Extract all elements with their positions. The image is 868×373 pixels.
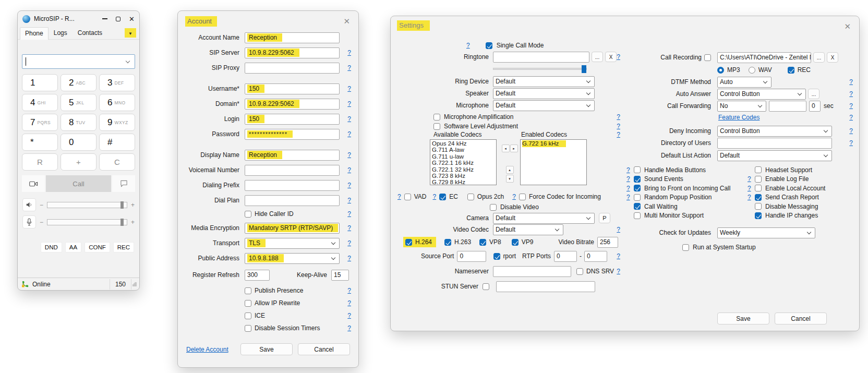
help-link[interactable]: ? [849, 90, 853, 98]
resize-grip[interactable] [134, 283, 136, 285]
multi-monitor-support-checkbox[interactable] [634, 212, 641, 219]
media-encryption-select[interactable]: Mandatory SRTP (RTP/SAVP) [245, 223, 340, 234]
call-forwarding-select[interactable]: No [717, 101, 766, 112]
account-name-input[interactable]: Reception [245, 32, 340, 43]
video-call-button[interactable] [22, 175, 45, 192]
help-link[interactable]: ? [347, 224, 351, 232]
dtmf-method-select[interactable]: Auto [717, 77, 771, 88]
move-down-icon[interactable]: ▾ [506, 175, 514, 183]
save-button[interactable]: Save [717, 312, 769, 324]
help-link[interactable]: ? [748, 185, 751, 192]
dialpad-key[interactable]: # [99, 134, 135, 151]
ring-device-select[interactable]: Default [493, 76, 595, 87]
help-link[interactable]: ? [397, 193, 401, 200]
dialpad-key[interactable]: * [22, 134, 58, 151]
publish-presence-checkbox[interactable] [245, 287, 251, 294]
handle-media-buttons-checkbox[interactable] [634, 166, 641, 173]
ringtone-volume-slider[interactable] [493, 68, 587, 70]
help-link[interactable]: ? [347, 115, 351, 123]
help-link[interactable]: ? [617, 131, 620, 138]
video-codec-select[interactable]: Default [493, 224, 563, 235]
tab-logs[interactable]: Logs [49, 27, 73, 39]
codec-list-item[interactable]: G.722.1 16 kHz [432, 160, 496, 166]
speaker-volume-slider[interactable] [47, 202, 127, 208]
password-input[interactable]: ************** [245, 129, 340, 140]
random-popup-position-checkbox[interactable] [634, 194, 641, 201]
clear-button[interactable]: X [605, 52, 617, 62]
close-icon[interactable]: ✕ [844, 22, 851, 30]
ec-checkbox[interactable] [439, 194, 446, 200]
dialing-prefix-input[interactable] [245, 180, 340, 191]
minimize-icon[interactable] [102, 18, 107, 19]
help-link[interactable]: ? [347, 100, 351, 107]
cancel-button[interactable]: Cancel [775, 312, 827, 324]
microphone-amplification-checkbox[interactable] [433, 114, 440, 121]
microphone-select[interactable]: Default [493, 100, 595, 111]
clear-button[interactable]: X [827, 52, 838, 63]
h264-checkbox[interactable] [405, 239, 412, 246]
help-link[interactable]: ? [849, 127, 853, 135]
camera-preview-button[interactable]: P [599, 213, 610, 223]
auto-answer-select[interactable]: Control Button [717, 89, 806, 100]
disable-messaging-checkbox[interactable] [755, 203, 762, 210]
volume-minus[interactable]: − [40, 201, 43, 209]
help-link[interactable]: ? [347, 85, 351, 92]
toggle-button[interactable]: REC [113, 242, 134, 252]
allow-ip-rewrite-checkbox[interactable] [245, 300, 251, 307]
help-link[interactable]: ? [512, 193, 516, 200]
help-link[interactable]: ? [617, 53, 620, 61]
mic-plus[interactable]: + [131, 219, 135, 226]
dns-srv-checkbox[interactable] [576, 268, 583, 275]
help-link[interactable]: ? [617, 123, 620, 130]
enabled-codecs-list[interactable]: G.722 16 kHz [520, 139, 587, 185]
vad-checkbox[interactable] [404, 194, 411, 200]
send-crash-report-checkbox[interactable] [755, 194, 762, 201]
camera-select[interactable]: Default [493, 213, 595, 224]
help-link[interactable]: ? [347, 197, 351, 204]
handle-ip-changes-checkbox[interactable] [755, 212, 762, 219]
help-link[interactable]: ? [617, 268, 620, 275]
sip-proxy-input[interactable] [245, 63, 340, 74]
codec-list-item[interactable]: G.722 16 kHz [522, 140, 586, 147]
help-link[interactable]: ? [347, 287, 351, 294]
vp8-checkbox[interactable] [479, 239, 486, 246]
speaker-mute-button[interactable] [22, 198, 36, 211]
help-link[interactable]: ? [347, 239, 351, 247]
help-link[interactable]: ? [617, 226, 620, 233]
rport-checkbox[interactable] [493, 253, 500, 260]
dialpad-key[interactable]: 6 MNO [99, 94, 135, 111]
dialpad-key[interactable]: 3 DEF [99, 74, 135, 91]
dialpad-key[interactable]: 0 [61, 134, 97, 151]
help-link[interactable]: ? [347, 299, 351, 307]
domain-input[interactable]: 10.9.8.229:5062 [245, 99, 340, 110]
browse-button[interactable]: ... [813, 52, 825, 63]
codec-list-item[interactable]: G.711 u-law [432, 153, 496, 160]
volume-plus[interactable]: + [131, 201, 135, 209]
help-link[interactable]: ? [347, 130, 351, 138]
move-right-icon[interactable]: ▸ [510, 145, 518, 152]
tab-phone[interactable]: Phone [20, 27, 49, 40]
dialpad-key[interactable]: 7 PQRS [22, 114, 58, 131]
help-link[interactable]: ? [347, 166, 351, 174]
rtp-port-to-input[interactable]: 0 [584, 251, 607, 262]
transport-select[interactable]: TLS [245, 238, 340, 249]
help-link[interactable]: ? [626, 166, 630, 174]
ringtone-input[interactable] [493, 52, 589, 63]
software-level-adjustment-checkbox[interactable] [433, 123, 440, 130]
help-link[interactable]: ? [347, 312, 351, 319]
nameserver-input[interactable] [493, 266, 571, 277]
combo-chevron-icon[interactable] [126, 58, 130, 63]
call-recording-path-input[interactable]: C:\Users\ATI\OneDrive - Zenitel Norv [717, 52, 811, 63]
call-forwarding-delay-input[interactable]: 0 [809, 101, 821, 112]
help-link[interactable]: ? [347, 151, 351, 159]
ice-checkbox[interactable] [245, 312, 251, 319]
dial-plan-input[interactable] [245, 195, 340, 206]
dialpad-key[interactable]: 2 ABC [61, 74, 97, 91]
hide-caller-id-checkbox[interactable] [245, 211, 251, 218]
menu-dropdown-button[interactable]: ▼ [124, 28, 137, 37]
mic-volume-slider[interactable] [47, 219, 127, 225]
sound-events-checkbox[interactable] [634, 176, 641, 183]
mic-mute-button[interactable] [22, 215, 36, 228]
dialpad-key[interactable]: 1 [22, 74, 58, 91]
tab-contacts[interactable]: Contacts [73, 27, 107, 39]
